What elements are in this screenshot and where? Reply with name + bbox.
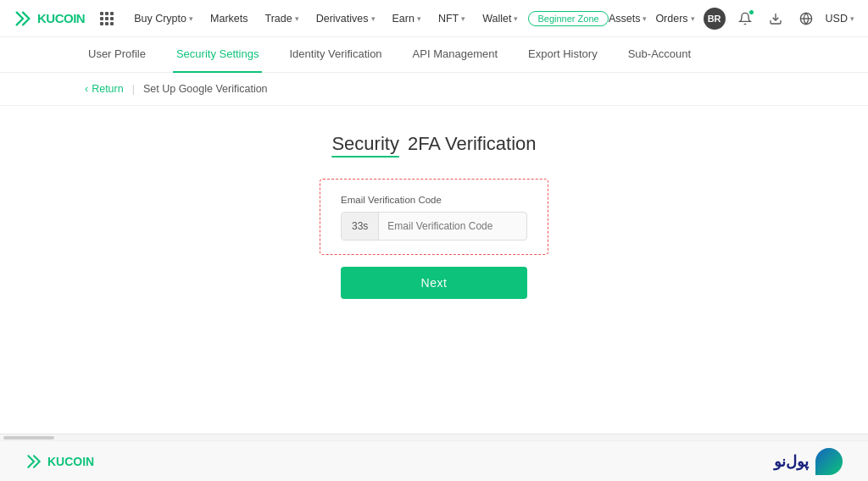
tab-security-settings[interactable]: Security Settings: [173, 37, 263, 73]
chevron-down-icon: ▾: [643, 14, 647, 23]
logo-text: KUCOIN: [37, 11, 85, 25]
chevron-down-icon: ▾: [189, 14, 193, 23]
grid-menu-icon[interactable]: [100, 12, 114, 25]
chevron-down-icon: ▾: [295, 14, 299, 23]
nav-earn[interactable]: Earn ▾: [386, 0, 428, 37]
page-title-security: Security: [331, 133, 398, 154]
notifications-button[interactable]: [734, 8, 756, 30]
tab-api-management[interactable]: API Management: [409, 37, 501, 73]
tab-export-history[interactable]: Export History: [525, 37, 601, 73]
footer-logo: KUCOIN: [25, 453, 94, 470]
footer-brand-icon: [815, 448, 843, 475]
security-title-wrap: Security: [331, 133, 398, 155]
nav-wallet[interactable]: Wallet ▾: [476, 0, 525, 37]
field-label-email-code: Email Verification Code: [341, 195, 527, 205]
scrollbar-thumb[interactable]: [3, 436, 54, 440]
tab-sub-account[interactable]: Sub-Account: [625, 37, 694, 73]
nav-right-area: Assets ▾ Orders ▾ BR: [609, 8, 854, 30]
footer-brand: پول‌نو: [774, 448, 843, 475]
nav-items: Buy Crypto ▾ Markets Trade ▾ Derivatives…: [127, 0, 609, 37]
beginner-zone-button[interactable]: Beginner Zone: [528, 11, 608, 26]
scrollbar-area: [0, 434, 868, 440]
assets-menu[interactable]: Assets ▾: [609, 13, 648, 25]
footer-brand-name: پول‌نو: [774, 452, 809, 471]
top-navigation: KUCOIN Buy Crypto ▾ Markets Trade ▾ Deri…: [0, 0, 868, 37]
chevron-down-icon: ▾: [514, 14, 518, 23]
download-button[interactable]: [765, 8, 787, 30]
nav-buy-crypto[interactable]: Buy Crypto ▾: [127, 0, 200, 37]
logo[interactable]: KUCOIN: [14, 9, 85, 28]
email-verification-code-input[interactable]: [379, 220, 526, 232]
footer-logo-text: KUCOIN: [47, 455, 94, 468]
currency-selector[interactable]: USD ▾: [826, 13, 854, 25]
breadcrumb-current-page: Set Up Google Verification: [143, 83, 268, 95]
chevron-down-icon: ▾: [461, 14, 465, 23]
page-title-2fa: 2FA Verification: [408, 133, 537, 155]
return-button[interactable]: ‹ Return: [85, 83, 124, 95]
verification-form-card: Email Verification Code 33s: [320, 179, 548, 255]
chevron-down-icon: ▾: [417, 14, 421, 23]
tab-identity-verification[interactable]: Identity Verification: [286, 37, 385, 73]
kucoin-logo-icon: [14, 9, 32, 28]
tab-user-profile[interactable]: User Profile: [85, 37, 149, 73]
next-button[interactable]: Next: [341, 267, 527, 299]
chevron-down-icon: ▾: [371, 14, 376, 23]
email-code-input-row: 33s: [341, 212, 527, 240]
main-content: Security 2FA Verification Email Verifica…: [0, 106, 868, 316]
page-title-row: Security 2FA Verification: [331, 133, 536, 155]
sub-navigation: User Profile Security Settings Identity …: [0, 37, 868, 73]
footer: KUCOIN پول‌نو: [0, 440, 868, 481]
notification-dot: [748, 9, 754, 15]
orders-menu[interactable]: Orders ▾: [655, 13, 694, 25]
nav-trade[interactable]: Trade ▾: [258, 0, 305, 37]
breadcrumb-separator: |: [132, 83, 135, 95]
nav-markets[interactable]: Markets: [203, 0, 254, 37]
nav-nft[interactable]: NFT ▾: [431, 0, 472, 37]
countdown-timer: 33s: [342, 213, 379, 240]
nav-derivatives[interactable]: Derivatives ▾: [309, 0, 382, 37]
footer-logo-icon: [25, 453, 42, 470]
language-button[interactable]: [795, 8, 817, 30]
chevron-down-icon: ▾: [850, 14, 854, 23]
avatar[interactable]: BR: [704, 8, 726, 30]
breadcrumb: ‹ Return | Set Up Google Verification: [0, 73, 868, 106]
chevron-left-icon: ‹: [85, 83, 88, 95]
chevron-down-icon: ▾: [691, 14, 695, 23]
title-underline: [331, 156, 398, 158]
